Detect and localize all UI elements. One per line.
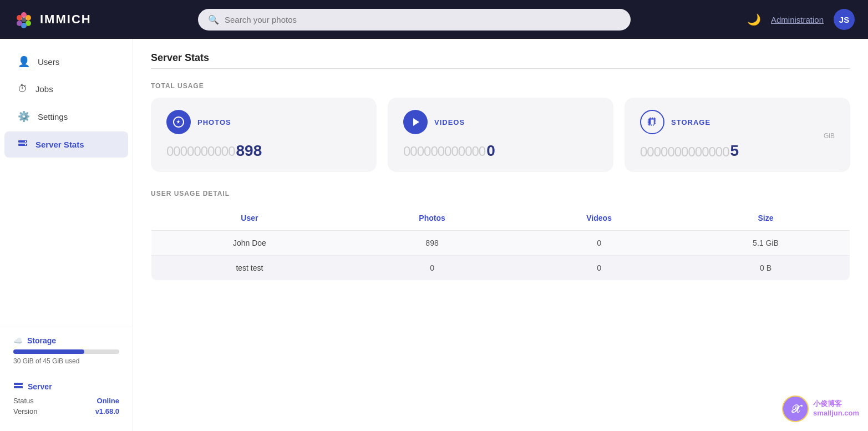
storage-bar-background: [13, 349, 119, 354]
sidebar-label-jobs: Jobs: [35, 84, 53, 94]
usage-table-body: John Doe 898 0 5.1 GiB test test 0 0 0 B: [151, 231, 850, 281]
cloud-icon: ☁️: [13, 336, 23, 345]
videos-title: VIDEOS: [434, 118, 465, 126]
sidebar-label-server-stats: Server Stats: [35, 140, 84, 149]
dark-mode-toggle[interactable]: 🌙: [747, 13, 761, 26]
sidebar: 👤 Users ⏱ Jobs ⚙️ Settings Server Stats: [0, 39, 133, 431]
total-usage-label: TOTAL USAGE: [151, 82, 850, 90]
videos-zeros: 000000000000: [403, 144, 485, 159]
storage-card: STORAGE GiB 0000000000000 5: [625, 98, 850, 172]
search-bar-wrap: 🔍: [198, 9, 631, 31]
photos-card: PHOTOS 0000000000 898: [151, 98, 377, 172]
status-label: Status: [13, 397, 34, 405]
videos-card-header: VIDEOS: [403, 110, 598, 134]
storage-card-icon: [640, 110, 664, 134]
users-icon: 👤: [18, 55, 30, 68]
cell-videos-0: 0: [516, 231, 682, 256]
cell-user-0: John Doe: [151, 231, 348, 256]
usage-table-head: User Photos Videos Size: [151, 206, 850, 231]
svg-point-4: [17, 21, 22, 26]
storage-zeros: 0000000000000: [640, 144, 729, 160]
storage-used-text: 30 GiB of 45 GiB used: [13, 357, 119, 365]
videos-card: VIDEOS 000000000000 0: [388, 98, 613, 172]
cell-videos-1: 0: [516, 256, 682, 281]
svg-point-10: [25, 144, 26, 145]
col-videos: Videos: [516, 206, 682, 231]
svg-rect-12: [14, 386, 23, 388]
sidebar-item-settings[interactable]: ⚙️ Settings: [4, 104, 128, 129]
table-header-row: User Photos Videos Size: [151, 206, 850, 231]
storage-value: 5: [730, 142, 739, 160]
storage-card-header: STORAGE: [640, 110, 835, 134]
logo-text: IMMICH: [40, 12, 92, 27]
main-content: Server Stats TOTAL USAGE PHOTOS 00000000…: [133, 39, 868, 431]
watermark: 𝒳 小俊博客smalljun.com: [782, 395, 859, 422]
settings-icon: ⚙️: [18, 110, 30, 123]
photos-value: 898: [236, 142, 262, 160]
cell-size-1: 0 B: [682, 256, 850, 281]
col-size: Size: [682, 206, 850, 231]
storage-unit: GiB: [824, 132, 835, 140]
cell-photos-1: 0: [348, 256, 517, 281]
server-label: Server: [13, 381, 119, 392]
status-value: Online: [97, 397, 119, 405]
logo-area: IMMICH: [13, 9, 135, 30]
version-label: Version: [13, 407, 37, 415]
search-bar: 🔍: [198, 9, 631, 31]
photos-icon: [166, 110, 191, 134]
watermark-text: 小俊博客smalljun.com: [813, 399, 859, 418]
user-usage-label: USER USAGE DETAIL: [151, 190, 850, 197]
svg-point-9: [25, 141, 26, 142]
user-usage-section: USER USAGE DETAIL User Photos Videos Siz…: [151, 190, 850, 281]
cell-user-1: test test: [151, 256, 348, 281]
storage-value-row: GiB 0000000000000 5: [640, 142, 835, 160]
col-user: User: [151, 206, 348, 231]
sidebar-item-users[interactable]: 👤 Users: [4, 49, 128, 74]
sidebar-item-jobs[interactable]: ⏱ Jobs: [4, 77, 128, 102]
navbar: IMMICH 🔍 🌙 Administration JS: [0, 0, 868, 39]
storage-label: ☁️ Storage: [13, 336, 119, 345]
page-divider: [151, 68, 850, 69]
storage-title: STORAGE: [671, 118, 710, 126]
sidebar-storage-section: ☁️ Storage 30 GiB of 45 GiB used: [0, 327, 133, 374]
photos-value-row: 0000000000 898: [166, 142, 361, 160]
photos-zeros: 0000000000: [166, 144, 235, 159]
usage-table: User Photos Videos Size John Doe 898 0 5…: [151, 205, 850, 281]
storage-bar-fill: [13, 349, 84, 354]
sidebar-server-section: Server Status Online Version v1.68.0: [0, 374, 133, 422]
col-photos: Photos: [348, 206, 517, 231]
administration-link[interactable]: Administration: [771, 15, 824, 24]
logo-icon: [13, 9, 34, 30]
table-row: test test 0 0 0 B: [151, 256, 850, 281]
server-status-row: Status Online: [13, 397, 119, 405]
page-title: Server Stats: [151, 52, 850, 64]
search-input[interactable]: [225, 15, 621, 24]
nav-right: 🌙 Administration JS: [747, 9, 855, 30]
photos-title: PHOTOS: [197, 118, 231, 126]
cell-size-0: 5.1 GiB: [682, 231, 850, 256]
stat-cards: PHOTOS 0000000000 898 VIDEOS: [151, 98, 850, 172]
table-row: John Doe 898 0 5.1 GiB: [151, 231, 850, 256]
server-stats-icon: [18, 138, 28, 151]
svg-point-6: [21, 17, 27, 22]
sidebar-label-settings: Settings: [38, 112, 68, 121]
videos-icon: [403, 110, 428, 134]
version-value: v1.68.0: [95, 407, 119, 415]
server-version-row: Version v1.68.0: [13, 407, 119, 415]
server-icon: [13, 381, 23, 392]
search-icon: 🔍: [208, 14, 219, 25]
videos-value: 0: [486, 142, 495, 160]
watermark-badge: 𝒳: [782, 395, 809, 422]
layout: 👤 Users ⏱ Jobs ⚙️ Settings Server Stats: [0, 39, 868, 431]
cell-photos-0: 898: [348, 231, 517, 256]
avatar[interactable]: JS: [834, 9, 855, 30]
videos-value-row: 000000000000 0: [403, 142, 598, 160]
photos-card-header: PHOTOS: [166, 110, 361, 134]
sidebar-item-server-stats[interactable]: Server Stats: [4, 131, 128, 158]
jobs-icon: ⏱: [18, 83, 28, 95]
svg-rect-11: [14, 383, 23, 385]
sidebar-label-users: Users: [38, 57, 59, 67]
